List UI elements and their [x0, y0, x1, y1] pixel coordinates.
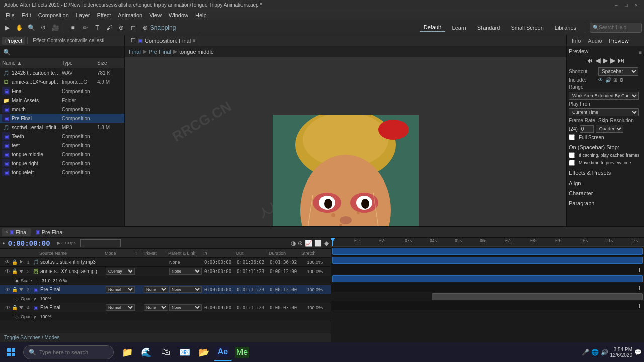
workspace-standard[interactable]: Standard	[473, 24, 504, 32]
trkmat-dropdown-3[interactable]: None	[144, 286, 168, 293]
minimize-button[interactable]: –	[613, 2, 620, 9]
layer-lock-1[interactable]: 🔒	[11, 259, 18, 265]
tool-puppet[interactable]: ⊛	[140, 23, 150, 33]
layer-collapse-4[interactable]	[18, 305, 24, 310]
blend-mode-dropdown-2[interactable]: Overlay	[106, 268, 135, 275]
preview-play-button[interactable]: ▶	[603, 56, 608, 64]
close-icon[interactable]: ≡	[193, 38, 196, 43]
taskbar-mail[interactable]: 📧	[176, 343, 194, 361]
cache-checkbox[interactable]	[569, 152, 575, 158]
breadcrumb-prefinal[interactable]: Pre Final	[149, 49, 171, 55]
layer-eye-4[interactable]: 👁	[4, 305, 11, 310]
taskbar-edge[interactable]: 🌊	[137, 343, 155, 361]
tool-hand[interactable]: ✋	[14, 23, 24, 33]
menu-animation[interactable]: Animation	[114, 11, 146, 19]
layer-1-bar[interactable]	[332, 248, 643, 255]
parent-dropdown-3[interactable]: None	[169, 286, 202, 293]
menu-file[interactable]: File	[2, 11, 18, 19]
timeline-layer-4[interactable]: 👁 🔒 4 ▣ Pre Final Normal None	[0, 303, 331, 312]
trkmat-dropdown-4[interactable]: None	[144, 304, 168, 311]
tab-audio[interactable]: Audio	[585, 37, 605, 45]
tool-text[interactable]: T	[92, 23, 102, 33]
notification-icon[interactable]: 💬	[634, 349, 642, 356]
tab-project[interactable]: Project	[2, 37, 25, 45]
full-screen-checkbox[interactable]	[569, 134, 575, 140]
toggle-switches-label[interactable]: Toggle Switches / Modes	[4, 335, 60, 340]
overlay-icon[interactable]: ⊞	[613, 77, 617, 83]
layer-eye-3[interactable]: 👁	[4, 287, 11, 292]
taskbar-search-bar[interactable]: 🔍	[23, 345, 114, 359]
tool-camera[interactable]: 🎥	[50, 23, 60, 33]
tab-effect-controls[interactable]: Effect Controls scottwills-cellesti	[30, 37, 107, 44]
tool-rotate[interactable]: ↺	[38, 23, 48, 33]
shortcut-dropdown[interactable]: Spacebar	[598, 67, 638, 76]
taskbar-media-encoder[interactable]: Me	[233, 343, 251, 361]
layer-eye-2[interactable]: 👁	[4, 268, 11, 274]
play-from-dropdown[interactable]: Current Time	[569, 108, 639, 116]
tool-eraser[interactable]: ◻	[128, 23, 138, 33]
tool-pen[interactable]: ✏	[80, 23, 90, 33]
menu-layer[interactable]: Layer	[72, 11, 94, 19]
preview-title[interactable]: Preview	[569, 48, 588, 54]
timeline-ruler[interactable]: 01s 02s 03s 04s 05s 06s 07s 08s 09s 10s …	[331, 238, 644, 247]
layer-lock-2[interactable]: 🔒	[11, 268, 18, 274]
list-item[interactable]: ▣ Final Composition	[0, 86, 124, 96]
project-search-input[interactable]	[13, 49, 121, 55]
parent-dropdown-4[interactable]: None	[169, 304, 202, 311]
audio-icon[interactable]: 🔊	[605, 77, 611, 83]
menu-window[interactable]: Window	[165, 11, 192, 19]
preview-prev-frame-button[interactable]: ◀	[595, 56, 601, 64]
taskbar-ae[interactable]: Ae	[214, 343, 232, 361]
list-item[interactable]: 🖼 annie-s...1XY-unsplash.jpg Importe...G…	[0, 77, 124, 86]
timeline-playhead[interactable]	[332, 238, 333, 246]
range-dropdown[interactable]: Work Area Extended By Current...	[569, 92, 639, 100]
workspace-default[interactable]: Default	[420, 23, 445, 32]
blend-mode-dropdown-3[interactable]: Normal	[106, 286, 135, 293]
system-clock[interactable]: 3:54 PM 12/6/2020	[610, 347, 633, 358]
layer-collapse-1[interactable]	[18, 259, 24, 265]
timeline-timecode[interactable]: 0:00:00:00	[8, 239, 50, 247]
breadcrumb-final[interactable]: Final	[129, 49, 141, 55]
tool-shape[interactable]: ■	[68, 23, 78, 33]
list-item[interactable]: 🎵 12426 t...cartoon teeth.wav WAV 781 K	[0, 68, 124, 77]
layer-collapse-2[interactable]	[18, 268, 24, 274]
list-item[interactable]: ▣ tongue right Composition	[0, 159, 124, 168]
tray-network-icon[interactable]: 🌐	[591, 349, 599, 356]
timeline-keyframe-icon[interactable]: ◆	[324, 240, 329, 247]
menu-composition[interactable]: Composition	[35, 11, 72, 19]
workspace-small-screen[interactable]: Small Screen	[507, 24, 547, 32]
skip-input[interactable]	[580, 125, 594, 133]
search-help-input[interactable]	[599, 25, 639, 30]
menu-view[interactable]: View	[146, 11, 165, 19]
timeline-search-input[interactable]	[80, 239, 121, 247]
preview-options-icon[interactable]: ≡	[639, 50, 642, 55]
preview-next-frame-button[interactable]: ▶	[610, 56, 616, 64]
preview-last-frame-button[interactable]: ⏭	[618, 56, 625, 64]
list-item[interactable]: 📁 Main Assets Folder	[0, 96, 124, 105]
comp-tab-checkbox[interactable]: ☐	[131, 37, 136, 44]
tab-pre-final[interactable]: ▣ Pre Final	[33, 228, 67, 236]
layer-lock-4[interactable]: 🔒	[11, 305, 18, 310]
effects-icon[interactable]: ⚙	[619, 77, 624, 83]
list-item[interactable]: 🎵 scottwi...estial-infinity.mp3 MP3 1.8 …	[0, 123, 124, 132]
tool-zoom[interactable]: 🔍	[26, 23, 36, 33]
tray-mic-icon[interactable]: 🎤	[582, 349, 589, 356]
taskbar-search-input[interactable]	[39, 349, 105, 355]
tray-volume-icon[interactable]: 🔊	[601, 349, 608, 356]
start-button[interactable]	[2, 343, 20, 361]
maximize-button[interactable]: □	[623, 2, 630, 9]
list-item[interactable]: ▣ Teeth Composition	[0, 132, 124, 141]
layer-2-bar[interactable]	[332, 257, 643, 264]
timeline-motion-blur-icon[interactable]: ◑	[291, 240, 296, 247]
list-item[interactable]: ▣ Pre Final Composition	[0, 114, 124, 123]
paragraph-title[interactable]: Paragraph	[569, 200, 642, 206]
tool-stamp[interactable]: ⊕	[116, 23, 126, 33]
workspace-learn[interactable]: Learn	[448, 24, 470, 32]
tab-preview[interactable]: Preview	[606, 37, 632, 45]
comp-tab-final[interactable]: ☐ ▣ Composition: Final ≡	[127, 35, 200, 46]
align-title[interactable]: Align	[569, 180, 642, 186]
menu-edit[interactable]: Edit	[18, 11, 35, 19]
workspace-libraries[interactable]: Libraries	[551, 24, 580, 32]
tool-snapping[interactable]: Snapping	[158, 23, 168, 33]
taskbar-store[interactable]: 🛍	[156, 343, 175, 361]
